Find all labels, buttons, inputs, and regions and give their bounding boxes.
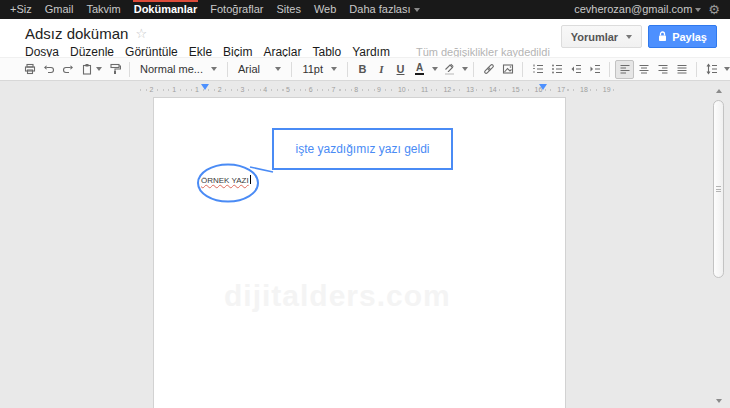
numbered-list-icon — [532, 63, 544, 75]
toolbar-separator — [347, 62, 348, 77]
gbar-item-photos[interactable]: Fotoğraflar — [210, 0, 263, 19]
underline-button[interactable]: U — [391, 60, 410, 79]
ruler-number: 14 — [481, 84, 504, 95]
print-button[interactable] — [20, 60, 39, 79]
text-color-chevron[interactable] — [432, 67, 438, 71]
comments-button[interactable]: Yorumlar — [561, 25, 642, 48]
ruler-number: 11 — [413, 84, 436, 95]
font-size-dropdown[interactable]: 11pt — [297, 60, 342, 79]
share-button[interactable]: Paylaş — [648, 25, 717, 48]
ruler-number: 10 — [390, 84, 413, 95]
highlight-color-button[interactable] — [440, 60, 459, 79]
gbar-item-sites[interactable]: Sites — [276, 0, 300, 19]
print-icon — [24, 63, 36, 75]
decrease-indent-button[interactable] — [566, 60, 585, 79]
line-spacing-button[interactable] — [702, 60, 721, 79]
ruler-indent-marker-left[interactable] — [201, 84, 209, 90]
align-left-button[interactable] — [615, 60, 634, 79]
line-spacing-icon — [706, 63, 718, 75]
doc-title[interactable]: Adsız doküman — [25, 25, 128, 42]
google-docs-editor: +Siz Gmail Takvim Dokümanlar Fotoğraflar… — [0, 0, 730, 408]
numbered-list-button[interactable] — [528, 60, 547, 79]
paragraph-style-dropdown[interactable]: Normal me... — [135, 60, 222, 79]
align-right-icon — [657, 63, 669, 75]
decrease-indent-icon — [570, 63, 582, 75]
undo-button[interactable] — [39, 60, 58, 79]
google-bar: +Siz Gmail Takvim Dokümanlar Fotoğraflar… — [0, 0, 730, 19]
star-icon[interactable]: ☆ — [135, 26, 147, 41]
text-color-button[interactable]: A — [410, 60, 429, 79]
ruler-number: 17 — [550, 84, 573, 95]
chevron-down-icon — [275, 67, 281, 71]
ruler-number: 3 — [231, 84, 254, 95]
share-button-label: Paylaş — [672, 31, 707, 43]
insert-link-button[interactable] — [479, 60, 498, 79]
paint-format-button[interactable] — [105, 60, 124, 79]
paste-button[interactable] — [77, 60, 96, 79]
ruler-number: 13 — [459, 84, 482, 95]
toolbar-separator — [227, 62, 228, 77]
scrollbar-up-button[interactable] — [713, 85, 724, 96]
ellipse-text[interactable]: ÖRNEK YAZI — [201, 175, 251, 185]
align-right-button[interactable] — [653, 60, 672, 79]
text-cursor — [250, 175, 251, 184]
highlight-color-chevron[interactable] — [462, 67, 468, 71]
document-page[interactable]: işte yazdığımız yazı geldi ÖRNEK YAZI di… — [153, 97, 566, 408]
bulleted-list-button[interactable] — [547, 60, 566, 79]
paste-options-chevron[interactable] — [96, 67, 102, 71]
chevron-down-icon — [626, 35, 632, 39]
gbar-item-gmail[interactable]: Gmail — [45, 0, 74, 19]
gbar-item-plus-you[interactable]: +Siz — [10, 0, 32, 19]
lock-icon — [658, 31, 667, 42]
align-left-icon — [619, 63, 631, 75]
gbar-item-calendar[interactable]: Takvim — [86, 0, 120, 19]
font-size-value: 11pt — [302, 63, 323, 75]
bulleted-list-icon — [551, 63, 563, 75]
chevron-down-icon — [331, 67, 337, 71]
paragraph-style-value: Normal me... — [140, 63, 203, 75]
gbar-item-web[interactable]: Web — [314, 0, 336, 19]
increase-indent-icon — [589, 63, 601, 75]
scrollbar-thumb[interactable] — [713, 100, 724, 278]
image-icon — [502, 63, 514, 75]
ruler-number: 2 — [208, 84, 231, 95]
gear-icon[interactable]: ⚙ — [708, 0, 720, 19]
insert-image-button[interactable] — [498, 60, 517, 79]
highlight-color-icon — [444, 63, 455, 75]
redo-button[interactable] — [58, 60, 77, 79]
toolbar-separator — [129, 62, 130, 77]
line-spacing-chevron[interactable] — [724, 67, 730, 71]
toolbar-separator — [609, 62, 610, 77]
scrollbar-down-button[interactable] — [713, 395, 724, 406]
account-email: cevherozan@gmail.com — [574, 3, 692, 15]
gbar-item-documents[interactable]: Dokümanlar — [134, 0, 198, 19]
justify-icon — [676, 63, 688, 75]
bold-button[interactable]: B — [353, 60, 372, 79]
toolbar-separator — [696, 62, 697, 77]
header-buttons: Yorumlar Paylaş — [561, 25, 717, 48]
font-family-dropdown[interactable]: Arial — [233, 60, 286, 79]
gbar-item-more[interactable]: Daha fazlası — [349, 0, 419, 19]
ruler-number: 6 — [299, 84, 322, 95]
align-center-button[interactable] — [634, 60, 653, 79]
ruler-indent-marker-right[interactable] — [539, 84, 547, 90]
ruler-number: 1 — [163, 84, 186, 95]
ruler-number: 12 — [436, 84, 459, 95]
ruler-number: 18 — [573, 84, 596, 95]
italic-button[interactable]: I — [372, 60, 391, 79]
ruler-number: 4 — [254, 84, 277, 95]
ruler-number: 2 — [140, 84, 163, 95]
justify-button[interactable] — [672, 60, 691, 79]
chevron-down-icon — [211, 67, 217, 71]
undo-icon — [43, 63, 55, 75]
ruler-number: 8 — [345, 84, 368, 95]
ruler-number: 7 — [322, 84, 345, 95]
callout-shape[interactable]: işte yazdığımız yazı geldi — [272, 128, 453, 170]
bold-label: B — [359, 63, 367, 75]
increase-indent-button[interactable] — [585, 60, 604, 79]
chevron-down-icon — [414, 8, 420, 12]
ruler-number: 15 — [504, 84, 527, 95]
gbar-account-area: cevherozan@gmail.com ⚙ — [574, 0, 720, 19]
account-email-menu[interactable]: cevherozan@gmail.com — [574, 0, 701, 19]
gbar-more-label: Daha fazlası — [349, 3, 410, 15]
